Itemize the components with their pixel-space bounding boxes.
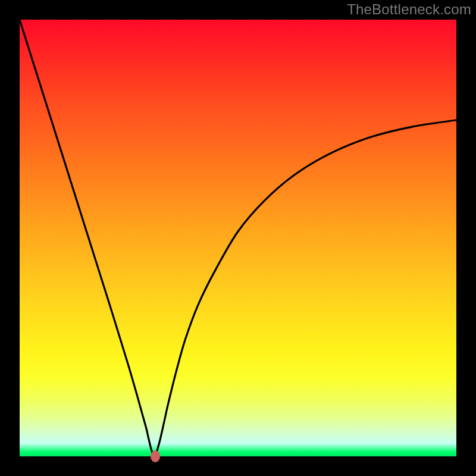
bottleneck-curve xyxy=(20,20,456,456)
optimum-marker xyxy=(151,450,160,462)
chart-plot-area xyxy=(20,20,456,456)
chart-frame: TheBottleneck.com xyxy=(0,0,476,476)
watermark-label: TheBottleneck.com xyxy=(347,1,471,18)
